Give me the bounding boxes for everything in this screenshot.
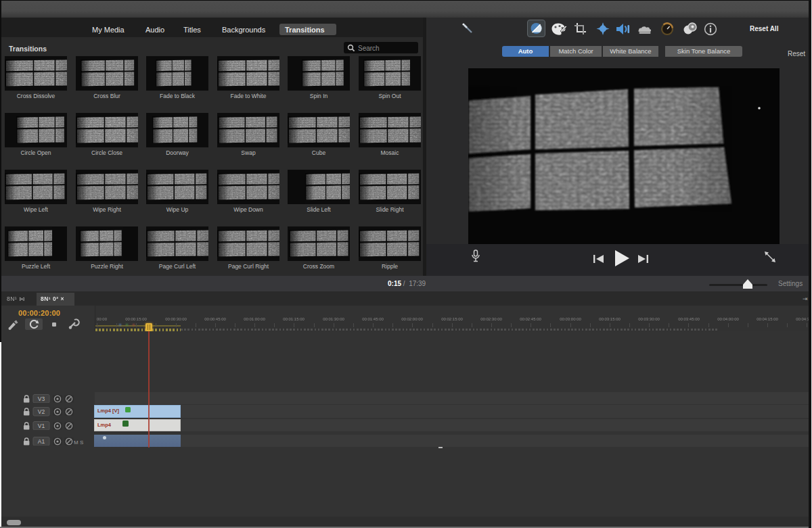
svg-text:S: S — [80, 439, 83, 446]
svg-text:M: M — [74, 439, 78, 446]
svg-text:V3: V3 — [38, 395, 45, 402]
svg-text:A1: A1 — [38, 438, 45, 445]
svg-text:V1: V1 — [38, 423, 45, 429]
svg-text:V2: V2 — [38, 408, 45, 415]
